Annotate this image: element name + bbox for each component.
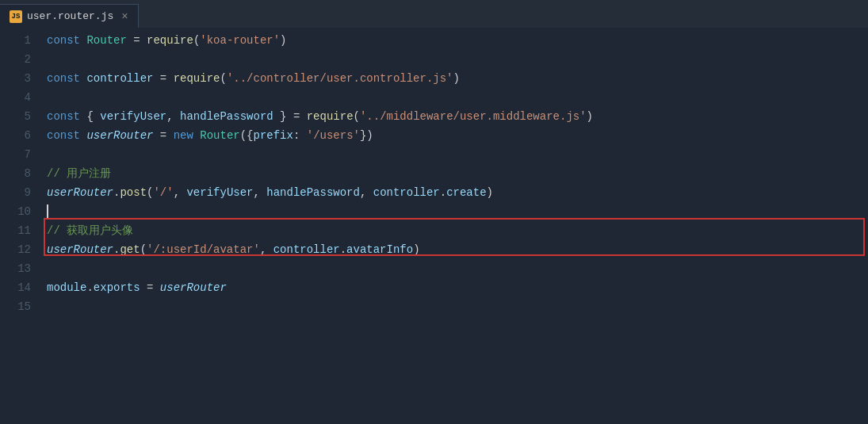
line-num-4: 4 (0, 88, 31, 107)
code-line-13 (44, 259, 868, 278)
line-num-9: 9 (0, 183, 31, 202)
code-line-4 (44, 88, 868, 107)
line-num-15: 15 (0, 297, 31, 316)
code-line-2 (44, 50, 868, 69)
code-line-8: // 用户注册 (44, 164, 868, 183)
line-num-5: 5 (0, 107, 31, 126)
tab-user-router[interactable]: JS user.router.js × (0, 4, 139, 28)
code-line-1: const Router = require('koa-router') (44, 31, 868, 50)
code-line-5: const { verifyUser, handlePassword } = r… (44, 107, 868, 126)
line-num-12: 12 (0, 240, 31, 259)
code-line-15 (44, 297, 868, 316)
tab-filename: user.router.js (27, 10, 113, 22)
code-line-10 (44, 202, 868, 221)
line-num-13: 13 (0, 259, 31, 278)
line-num-2: 2 (0, 50, 31, 69)
code-line-12: userRouter.get('/:userId/avatar', contro… (44, 240, 868, 259)
code-area[interactable]: const Router = require('koa-router') con… (44, 28, 868, 424)
editor-area: 1 2 3 4 5 6 7 8 9 10 11 12 13 14 15 cons… (0, 28, 868, 424)
line-num-11: 11 (0, 221, 31, 240)
line-num-3: 3 (0, 69, 31, 88)
line-num-6: 6 (0, 126, 31, 145)
line-num-7: 7 (0, 145, 31, 164)
line-num-14: 14 (0, 278, 31, 297)
code-line-9: userRouter.post('/', verifyUser, handleP… (44, 183, 868, 202)
code-line-7 (44, 145, 868, 164)
line-num-10: 10 (0, 202, 31, 221)
line-num-8: 8 (0, 164, 31, 183)
code-line-14: module.exports = userRouter (44, 278, 868, 297)
line-num-1: 1 (0, 31, 31, 50)
code-line-6: const userRouter = new Router({prefix: '… (44, 126, 868, 145)
code-line-3: const controller = require('../controlle… (44, 69, 868, 88)
tab-close-button[interactable]: × (121, 10, 128, 23)
line-numbers: 1 2 3 4 5 6 7 8 9 10 11 12 13 14 15 (0, 28, 44, 424)
tab-bar: JS user.router.js × (0, 0, 868, 28)
js-file-icon: JS (10, 10, 22, 23)
code-line-11: // 获取用户头像 (44, 221, 868, 240)
